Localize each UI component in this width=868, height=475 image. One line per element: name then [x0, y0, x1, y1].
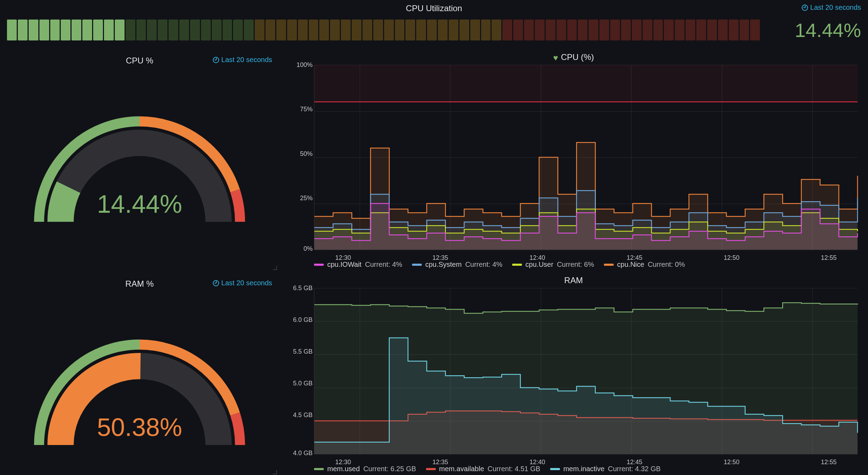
heart-icon: ♥: [553, 53, 558, 63]
cpu-bar-segment: [599, 20, 609, 40]
cpu-bar-segment: [718, 20, 728, 40]
cpu-bar-segment: [115, 20, 125, 40]
cpu-bar-segment: [556, 20, 566, 40]
legend-swatch: [550, 468, 560, 470]
cpu-bar-segment: [287, 20, 297, 40]
legend-stat: Current: 4.32 GB: [608, 465, 661, 473]
ram-chart-y-axis: 6.5 GB6.0 GB5.5 GB5.0 GB4.5 GB4.0 GB: [290, 288, 313, 454]
legend-item[interactable]: mem.availableCurrent: 4.51 GB: [426, 465, 540, 473]
cpu-gauge: [28, 82, 251, 250]
time-range-label: Last 20 seconds: [221, 279, 272, 287]
cpu-bar-segment: [384, 20, 394, 40]
cpu-bar-segment: [470, 20, 480, 40]
cpu-gauge-value: 14.44%: [97, 190, 182, 218]
cpu-bar-segment: [513, 20, 523, 40]
cpu-chart-legend: cpu.IOWaitCurrent: 4%cpu.SystemCurrent: …: [290, 261, 858, 269]
resize-handle-icon[interactable]: [272, 265, 277, 270]
ram-gauge-panel: RAM % Last 20 seconds 50.38%: [0, 272, 279, 475]
y-tick: 5.0 GB: [290, 380, 313, 387]
clock-icon: [213, 280, 219, 286]
legend-item[interactable]: mem.inactiveCurrent: 4.32 GB: [550, 465, 661, 473]
cpu-bar-segment: [341, 20, 351, 40]
ram-gauge-time-range[interactable]: Last 20 seconds: [213, 279, 272, 287]
cpu-bar-segment: [104, 20, 114, 40]
cpu-bar-segment: [729, 20, 739, 40]
cpu-bar-segment: [502, 20, 512, 40]
cpu-bar-segment: [740, 20, 749, 40]
y-tick: 0%: [290, 245, 313, 252]
cpu-chart-y-axis: 100%75%50%25%0%: [290, 65, 313, 250]
legend-swatch: [512, 264, 522, 266]
cpu-bar-segment: [427, 20, 437, 40]
cpu-bar-segment: [82, 20, 92, 40]
legend-name: mem.inactive: [563, 465, 605, 473]
cpu-bar-segment: [395, 20, 405, 40]
cpu-chart-title: ♥CPU (%): [290, 52, 858, 62]
resize-handle-icon[interactable]: [272, 469, 277, 474]
y-tick: 4.0 GB: [290, 450, 313, 457]
time-range-label: Last 20 seconds: [221, 56, 272, 64]
legend-item[interactable]: cpu.IOWaitCurrent: 4%: [314, 261, 402, 269]
legend-item[interactable]: cpu.SystemCurrent: 4%: [412, 261, 502, 269]
cpu-bar-segment: [610, 20, 620, 40]
cpu-bar-segment: [373, 20, 383, 40]
cpu-gauge-time-range[interactable]: Last 20 seconds: [213, 56, 272, 64]
cpu-utilization-title: CPU Utilization: [7, 3, 861, 13]
clock-icon: [213, 57, 219, 63]
cpu-bar-segment: [643, 20, 652, 40]
cpu-bar-segment: [61, 20, 70, 40]
clock-icon: [802, 5, 808, 11]
cpu-utilization-bar: [7, 20, 760, 40]
legend-stat: Current: 4%: [365, 261, 402, 269]
cpu-bar-segment: [675, 20, 684, 40]
legend-item[interactable]: cpu.UserCurrent: 6%: [512, 261, 594, 269]
legend-item[interactable]: mem.usedCurrent: 6.25 GB: [314, 465, 416, 473]
cpu-bar-segment: [686, 20, 695, 40]
legend-swatch: [604, 264, 614, 266]
cpu-bar-segment: [39, 20, 49, 40]
cpu-bar-segment: [481, 20, 491, 40]
legend-name: mem.available: [439, 465, 484, 473]
cpu-bar-segment: [72, 20, 81, 40]
cpu-bar-segment: [158, 20, 167, 40]
cpu-bar-segment: [750, 20, 760, 40]
cpu-bar-segment: [567, 20, 577, 40]
cpu-bar-segment: [524, 20, 534, 40]
cpu-bar-segment: [459, 20, 469, 40]
x-tick: 12:35: [432, 459, 448, 466]
cpu-bar-segment: [578, 20, 588, 40]
legend-name: cpu.User: [525, 261, 553, 269]
ram-gauge: [28, 306, 251, 473]
legend-name: cpu.System: [425, 261, 462, 269]
legend-stat: Current: 6.25 GB: [363, 465, 416, 473]
cpu-bar-segment: [653, 20, 663, 40]
cpu-bar-segment: [7, 20, 17, 40]
ram-chart-legend: mem.usedCurrent: 6.25 GBmem.availableCur…: [290, 465, 858, 473]
cpu-bar-segment: [265, 20, 275, 40]
ram-chart[interactable]: 6.5 GB6.0 GB5.5 GB5.0 GB4.5 GB4.0 GB 12:…: [314, 288, 858, 454]
cpu-bar-segment: [492, 20, 501, 40]
cpu-bar-segment: [330, 20, 340, 40]
cpu-chart[interactable]: 100%75%50%25%0% 12:3012:3512:4012:4512:5…: [314, 65, 858, 250]
legend-stat: Current: 6%: [557, 261, 594, 269]
cpu-bar-segment: [93, 20, 103, 40]
cpu-bar-segment: [352, 20, 361, 40]
cpu-bar-segment: [546, 20, 555, 40]
legend-stat: Current: 0%: [648, 261, 685, 269]
y-tick: 25%: [290, 194, 313, 202]
cpu-bar-segment: [50, 20, 60, 40]
cpu-bar-segment: [707, 20, 717, 40]
cpu-bar-segment: [298, 20, 308, 40]
svg-rect-0: [314, 65, 858, 102]
y-tick: 6.5 GB: [290, 285, 313, 292]
legend-swatch: [412, 264, 422, 266]
cpu-gauge-title: CPU %: [126, 56, 154, 66]
cpu-bar-segment: [190, 20, 200, 40]
legend-item[interactable]: cpu.NiceCurrent: 0%: [604, 261, 685, 269]
cpu-bar-segment: [664, 20, 674, 40]
cpu-bar-segment: [29, 20, 38, 40]
cpu-bar-segment: [276, 20, 286, 40]
cpu-utilization-value: 14.44%: [770, 19, 861, 42]
cpu-utilization-time-range[interactable]: Last 20 seconds: [802, 3, 861, 12]
y-tick: 5.5 GB: [290, 348, 313, 355]
